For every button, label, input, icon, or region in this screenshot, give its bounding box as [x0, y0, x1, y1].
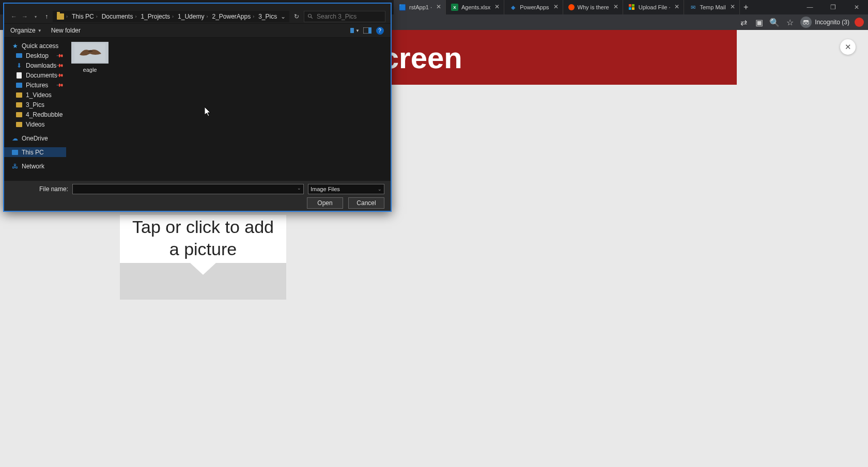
tree-quick-access[interactable]: ★ Quick access [4, 41, 66, 51]
camera-icon[interactable]: ▣ [754, 17, 764, 27]
tab-close-icon[interactable]: ✕ [552, 4, 560, 11]
tab-title-4: Upload File · [639, 4, 671, 10]
tree-onedrive[interactable]: ☁ OneDrive [4, 133, 66, 143]
tab-3[interactable]: Why is there ✕ [563, 0, 623, 14]
tree-pictures[interactable]: Pictures📌 [4, 80, 66, 90]
path-breadcrumb[interactable]: › This PC› Documents› 1_Projects› 1_Udem… [53, 11, 289, 22]
ms-icon [628, 4, 636, 11]
tab-0[interactable]: 🟦 rstApp1 · ✕ [394, 0, 446, 14]
tree-documents[interactable]: Documents📌 [4, 70, 66, 80]
pin-icon: 📌 [56, 81, 64, 89]
tree-redbubble[interactable]: 4_Redbubble [4, 110, 66, 119]
svg-rect-3 [632, 7, 634, 10]
powerapps-icon: ◆ [509, 4, 517, 11]
dialog-toolbar: Organize▼ New folder ▼ ? [4, 23, 391, 38]
tree-videos[interactable]: Videos [4, 119, 66, 129]
tab-close-icon[interactable]: ✕ [612, 4, 619, 11]
add-picture-placeholder [120, 263, 286, 300]
bookmark-star-icon[interactable]: ☆ [785, 17, 795, 27]
new-folder-button[interactable]: New folder [51, 27, 81, 34]
search-icon [307, 13, 314, 20]
incognito-indicator[interactable]: Incognito (3) [800, 17, 849, 28]
tab-4[interactable]: Upload File · ✕ [623, 0, 685, 14]
tab-close-icon[interactable]: ✕ [673, 4, 680, 11]
tab-title-5: Temp Mail [700, 4, 725, 10]
tree-network[interactable]: 🖧 Network [4, 161, 66, 171]
tab-5[interactable]: ✉ Temp Mail ✕ [684, 0, 739, 14]
tab-favicon-0: 🟦 [399, 4, 406, 11]
pc-icon [11, 149, 19, 156]
preview-pane-button[interactable] [363, 26, 372, 35]
nav-back-button[interactable]: ← [9, 12, 19, 21]
path-seg-3[interactable]: 1_Udemy› [176, 13, 210, 20]
zoom-icon[interactable]: 🔍 [769, 17, 780, 27]
maximize-button[interactable]: ❐ [822, 0, 845, 14]
tree-downloads[interactable]: ⬇ Downloads📌 [4, 60, 66, 70]
file-open-dialog: ← → ▾ ↑ › This PC› Documents› 1_Projects… [3, 3, 392, 212]
tab-close-icon[interactable]: ✕ [435, 4, 442, 11]
dialog-search-input[interactable]: Search 3_Pics [304, 11, 385, 22]
svg-point-6 [308, 14, 312, 18]
nav-up-button[interactable]: ↑ [42, 12, 51, 21]
close-window-button[interactable]: ✕ [845, 0, 868, 14]
search-placeholder: Search 3_Pics [317, 13, 357, 20]
organize-button[interactable]: Organize▼ [10, 27, 42, 34]
add-picture-control[interactable]: Tap or click to add a picture [120, 215, 286, 300]
network-icon: 🖧 [11, 163, 19, 170]
path-seg-5[interactable]: 3_Pics [256, 13, 279, 20]
path-seg-1[interactable]: Documents› [100, 13, 139, 20]
file-type-select[interactable]: Image Files ⌄ [308, 184, 384, 194]
folder-icon [16, 91, 23, 99]
nav-recent-dropdown[interactable]: ▾ [31, 12, 40, 21]
svg-rect-9 [368, 27, 371, 34]
cancel-button[interactable]: Cancel [348, 197, 384, 209]
window-controls: — ❐ ✕ [798, 0, 868, 14]
folder-icon [16, 111, 23, 118]
filename-dropdown-icon[interactable]: ⌄ [297, 185, 301, 191]
svg-point-5 [807, 22, 809, 24]
tab-close-icon[interactable]: ✕ [729, 4, 736, 11]
file-thumbnail [71, 42, 109, 64]
excel-icon: X [451, 4, 458, 11]
tab-close-icon[interactable]: ✕ [493, 4, 501, 11]
minimize-button[interactable]: — [798, 0, 822, 14]
tree-1videos[interactable]: 1_Videos [4, 90, 66, 100]
new-tab-button[interactable]: + [740, 3, 752, 12]
file-item-eagle[interactable]: eagle [71, 42, 109, 73]
path-seg-4[interactable]: 2_PowerApps› [210, 13, 256, 20]
incognito-icon [800, 17, 812, 28]
pin-icon: 📌 [56, 71, 64, 79]
pin-icon: 📌 [56, 61, 64, 69]
desktop-icon [16, 52, 23, 59]
dialog-addressbar: ← → ▾ ↑ › This PC› Documents› 1_Projects… [4, 10, 391, 23]
reddit-icon [568, 4, 575, 10]
filetype-dropdown-icon[interactable]: ⌄ [378, 186, 382, 192]
svg-rect-0 [629, 4, 631, 7]
mail-icon: ✉ [689, 4, 696, 11]
path-dropdown-icon[interactable]: ⌄ [279, 13, 287, 20]
path-seg-2[interactable]: 1_Projects› [138, 13, 176, 20]
close-preview-button[interactable]: ✕ [840, 39, 856, 55]
profile-avatar[interactable] [855, 18, 864, 27]
folder-icon [16, 121, 23, 128]
file-name-label: File name: [10, 185, 68, 193]
tree-desktop[interactable]: Desktop📌 [4, 51, 66, 60]
file-name-input[interactable]: ⌄ [72, 184, 304, 194]
open-button[interactable]: Open [307, 197, 343, 209]
refresh-button[interactable]: ↻ [291, 13, 302, 20]
tree-this-pc[interactable]: This PC [4, 147, 66, 157]
tree-3pics[interactable]: 3_Pics [4, 100, 66, 110]
svg-rect-2 [629, 7, 631, 10]
nav-tree: ★ Quick access Desktop📌 ⬇ Downloads📌 Doc… [4, 38, 66, 181]
help-button[interactable]: ? [375, 26, 384, 35]
path-seg-0[interactable]: This PC› [70, 13, 100, 20]
view-mode-button[interactable]: ▼ [350, 26, 360, 35]
path-root-icon[interactable]: › [55, 13, 70, 20]
tab-1[interactable]: X Agents.xlsx ✕ [446, 0, 504, 14]
nav-forward-button[interactable]: → [20, 12, 29, 21]
translate-icon[interactable]: ⇄ [738, 17, 749, 27]
file-list-pane[interactable]: eagle [66, 38, 391, 181]
pin-icon: 📌 [56, 52, 64, 59]
tab-2[interactable]: ◆ PowerApps ✕ [504, 0, 563, 14]
svg-point-4 [803, 22, 806, 24]
